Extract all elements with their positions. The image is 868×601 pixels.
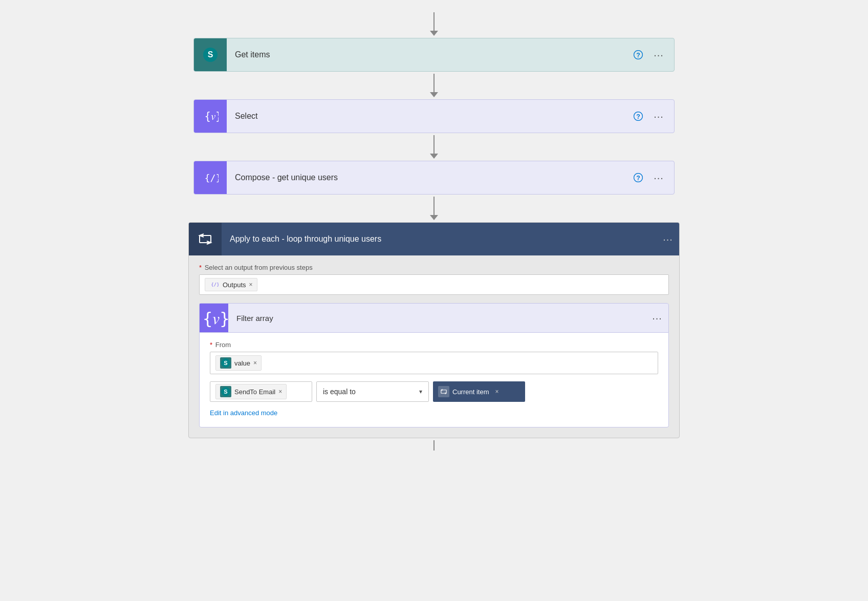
sendto-field[interactable]: S SendTo Email × <box>210 381 312 402</box>
edit-advanced-mode-link[interactable]: Edit in advanced mode <box>210 409 277 417</box>
step-get-items[interactable]: S Get items ? ··· <box>193 38 675 72</box>
value-token-remove[interactable]: × <box>253 359 257 367</box>
more-options-filter-array[interactable]: ··· <box>654 311 668 325</box>
outputs-token-label: Outputs <box>223 281 246 289</box>
sendto-icon: S <box>220 386 231 397</box>
step-actions-select: ? ··· <box>631 109 674 123</box>
current-item-icon <box>438 386 449 397</box>
apply-to-each-body: * Select an output from previous steps {… <box>189 255 679 438</box>
sendto-token-label: SendTo Email <box>234 388 275 396</box>
sp-icon-sendto: S <box>221 387 230 396</box>
help-button-select[interactable]: ? <box>631 109 645 123</box>
from-field[interactable]: S value × <box>210 352 658 374</box>
apply-to-each-title: Apply to each - loop through unique user… <box>222 234 665 244</box>
help-button-compose[interactable]: ? <box>631 170 645 185</box>
arrow-3 <box>430 197 438 220</box>
sendto-token[interactable]: S SendTo Email × <box>215 384 287 399</box>
operator-label: is equal to <box>323 388 356 396</box>
more-options-compose[interactable]: ··· <box>652 170 666 185</box>
svg-text:?: ? <box>636 175 640 182</box>
step-title-select: Select <box>227 112 631 121</box>
more-options-apply-each[interactable]: ··· <box>665 232 679 246</box>
more-options-get-items[interactable]: ··· <box>652 48 666 62</box>
apply-to-each-container: Apply to each - loop through unique user… <box>188 222 680 438</box>
svg-text:{𝑣}: {𝑣} <box>205 110 219 122</box>
step-icon-compose: {/} <box>194 161 227 194</box>
current-item-label: Current item <box>452 388 489 396</box>
flow-canvas: S Get items ? ··· {𝑣} Select ? ··· <box>178 10 690 591</box>
previous-steps-section: * Select an output from previous steps {… <box>199 264 669 295</box>
arrow-1 <box>430 74 438 97</box>
outputs-token-remove[interactable]: × <box>249 281 253 288</box>
previous-steps-field[interactable]: {/} Outputs × <box>199 274 669 295</box>
filter-array-card: {𝑣} Filter array ··· * From <box>199 303 669 427</box>
step-actions-compose: ? ··· <box>631 170 674 185</box>
value-token-label: value <box>234 359 250 367</box>
step-select[interactable]: {𝑣} Select ? ··· <box>193 99 675 133</box>
from-required: * <box>210 341 212 349</box>
filter-array-header[interactable]: {𝑣} Filter array ··· <box>199 303 669 333</box>
svg-text:?: ? <box>636 52 640 59</box>
apply-to-each-header[interactable]: Apply to each - loop through unique user… <box>189 223 679 255</box>
step-actions-get-items: ? ··· <box>631 48 674 62</box>
sendto-token-remove[interactable]: × <box>278 388 282 395</box>
from-section: * From S value × <box>210 341 658 374</box>
filter-row: S SendTo Email × is equal to ▾ <box>210 381 658 402</box>
svg-text:{/}: {/} <box>211 282 219 287</box>
arrow-2 <box>430 135 438 159</box>
current-item-remove[interactable]: × <box>495 388 499 395</box>
previous-steps-label: * Select an output from previous steps <box>199 264 669 271</box>
step-icon-get-items: S <box>194 38 227 71</box>
filter-array-title: Filter array <box>228 314 654 323</box>
step-title-get-items: Get items <box>227 50 631 59</box>
from-label: * From <box>210 341 658 349</box>
svg-text:{𝑣}: {𝑣} <box>203 309 228 328</box>
filter-array-body: * From S value × <box>199 333 669 427</box>
current-item-token[interactable]: Current item × <box>433 381 525 402</box>
more-options-select[interactable]: ··· <box>652 109 666 123</box>
step-icon-select: {𝑣} <box>194 100 227 133</box>
top-arrow <box>430 12 438 36</box>
outputs-token-icon: {/} <box>209 280 220 290</box>
bottom-arrow <box>433 440 435 450</box>
operator-dropdown[interactable]: is equal to ▾ <box>316 381 429 402</box>
apply-to-each-icon <box>189 223 222 255</box>
help-button-get-items[interactable]: ? <box>631 48 645 62</box>
value-token-icon: S <box>220 357 231 369</box>
sp-icon-value: S <box>221 358 230 368</box>
chevron-down-icon: ▾ <box>419 388 422 395</box>
step-compose[interactable]: {/} Compose - get unique users ? ··· <box>193 161 675 195</box>
svg-text:?: ? <box>636 113 640 120</box>
value-token[interactable]: S value × <box>215 355 262 371</box>
sharepoint-icon: S <box>203 48 218 62</box>
filter-array-icon: {𝑣} <box>200 304 228 332</box>
outputs-token[interactable]: {/} Outputs × <box>205 278 257 291</box>
required-asterisk: * <box>199 264 202 271</box>
svg-text:{/}: {/} <box>205 173 219 183</box>
step-title-compose: Compose - get unique users <box>227 173 631 182</box>
